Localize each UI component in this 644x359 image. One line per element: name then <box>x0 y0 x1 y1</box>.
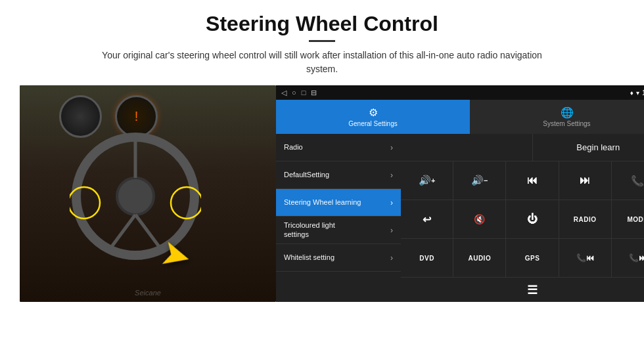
menu-whitelist[interactable]: Whitelist setting › <box>276 244 401 272</box>
home-icon[interactable]: ○ <box>292 89 296 97</box>
vol-down-button[interactable]: 🔊− <box>453 161 505 200</box>
chevron-icon-whitelist: › <box>390 253 393 263</box>
status-bar: ◁ ○ □ ⊟ ♦ ▾ 13:13 <box>276 85 644 100</box>
tab-bar: ⚙ General Settings 🌐 System Settings <box>276 100 644 134</box>
chevron-icon-tricoloured: › <box>390 226 393 235</box>
menu-steering-label: Steering Wheel learning <box>284 198 361 207</box>
page-subtitle: Your original car's steering wheel contr… <box>92 49 552 76</box>
begin-learn-button[interactable]: Begin learn <box>532 134 645 161</box>
system-settings-icon: 🌐 <box>561 106 574 119</box>
menu-panel: Radio › DefaultSetting › Steering Wheel … <box>276 134 401 302</box>
chevron-icon-default: › <box>390 171 393 180</box>
menu-radio[interactable]: Radio › <box>276 134 401 161</box>
audio-label: AUDIO <box>468 255 491 262</box>
general-settings-icon: ⚙ <box>369 106 378 119</box>
page-title: Steering Wheel Control <box>206 12 438 36</box>
whitelist-icon-button[interactable]: ☰ <box>401 278 644 302</box>
next-track-button[interactable]: ⏭ <box>559 161 611 200</box>
recents-icon[interactable]: □ <box>302 89 306 97</box>
steering-wheel-bg: ! <box>20 85 276 302</box>
phone-button[interactable]: 📞 <box>611 161 644 200</box>
main-area: Radio › DefaultSetting › Steering Wheel … <box>276 134 644 302</box>
radio-button[interactable]: RADIO <box>559 200 611 238</box>
menu-default-setting[interactable]: DefaultSetting › <box>276 161 401 189</box>
menu-tricoloured[interactable]: Tricoloured lightsettings › <box>276 217 401 244</box>
menu-whitelist-label: Whitelist setting <box>284 253 334 262</box>
svg-point-1 <box>117 178 154 215</box>
phone-next-button[interactable]: 📞⏭ <box>611 239 644 277</box>
control-button-rows: 🔊+ 🔊− ⏮ ⏭ 📞 ↩ 🔇 ⏻ RADIO MODE <box>401 161 644 302</box>
mute-button[interactable]: 🔇 <box>453 200 505 238</box>
audio-button[interactable]: AUDIO <box>453 239 505 277</box>
menu-radio-label: Radio <box>284 143 303 152</box>
gps-icon: ♦ <box>630 89 633 96</box>
top-button-row: Begin learn <box>401 134 644 161</box>
menu-steering-wheel[interactable]: Steering Wheel learning › <box>276 189 401 217</box>
btn-row-1: 🔊+ 🔊− ⏮ ⏭ 📞 <box>401 161 644 200</box>
page-container: Steering Wheel Control Your original car… <box>0 0 644 359</box>
chevron-icon-radio: › <box>390 143 393 152</box>
empty-cell <box>401 134 532 161</box>
tab-general-label: General Settings <box>348 120 398 127</box>
back-icon[interactable]: ◁ <box>281 89 287 97</box>
radio-label: RADIO <box>574 216 597 223</box>
wifi-icon: ▾ <box>636 89 639 96</box>
menu-default-label: DefaultSetting <box>284 171 329 179</box>
android-ui: ◁ ○ □ ⊟ ♦ ▾ 13:13 ⚙ General Settings <box>276 85 644 302</box>
dvd-label: DVD <box>419 255 434 262</box>
gps-label: GPS <box>525 255 540 262</box>
tab-system-label: System Settings <box>543 120 590 127</box>
phone-prev-button[interactable]: 📞⏮ <box>559 239 611 277</box>
button-grid: Begin learn 🔊+ 🔊− ⏮ ⏭ 📞 <box>401 134 644 302</box>
menu-tricoloured-label: Tricoloured lightsettings <box>284 221 335 238</box>
title-divider <box>309 40 335 42</box>
dvd-button[interactable]: DVD <box>401 239 453 277</box>
svg-line-4 <box>135 215 162 250</box>
btn-row-3: DVD AUDIO GPS 📞⏮ 📞⏭ <box>401 239 644 277</box>
whitelist-row: ☰ <box>401 277 644 302</box>
mode-label: MODE <box>627 216 644 223</box>
status-left: ◁ ○ □ ⊟ <box>281 89 317 97</box>
prev-track-button[interactable]: ⏮ <box>505 161 558 200</box>
status-right: ♦ ▾ 13:13 <box>630 89 644 96</box>
btn-row-2: ↩ 🔇 ⏻ RADIO MODE <box>401 200 644 239</box>
vol-up-button[interactable]: 🔊+ <box>401 161 453 200</box>
car-image: ! <box>20 85 276 302</box>
chevron-icon-steering: › <box>390 198 393 207</box>
svg-line-3 <box>109 215 135 250</box>
power-button[interactable]: ⏻ <box>505 200 558 238</box>
tab-system-settings[interactable]: 🌐 System Settings <box>470 100 644 134</box>
watermark-text: Seicane <box>135 289 161 297</box>
back-call-button[interactable]: ↩ <box>401 200 453 238</box>
gps-button[interactable]: GPS <box>505 239 558 277</box>
content-row: ! <box>20 85 624 302</box>
mode-button[interactable]: MODE <box>611 200 644 238</box>
tab-general-settings[interactable]: ⚙ General Settings <box>276 100 470 134</box>
screenshot-icon[interactable]: ⊟ <box>311 89 317 97</box>
